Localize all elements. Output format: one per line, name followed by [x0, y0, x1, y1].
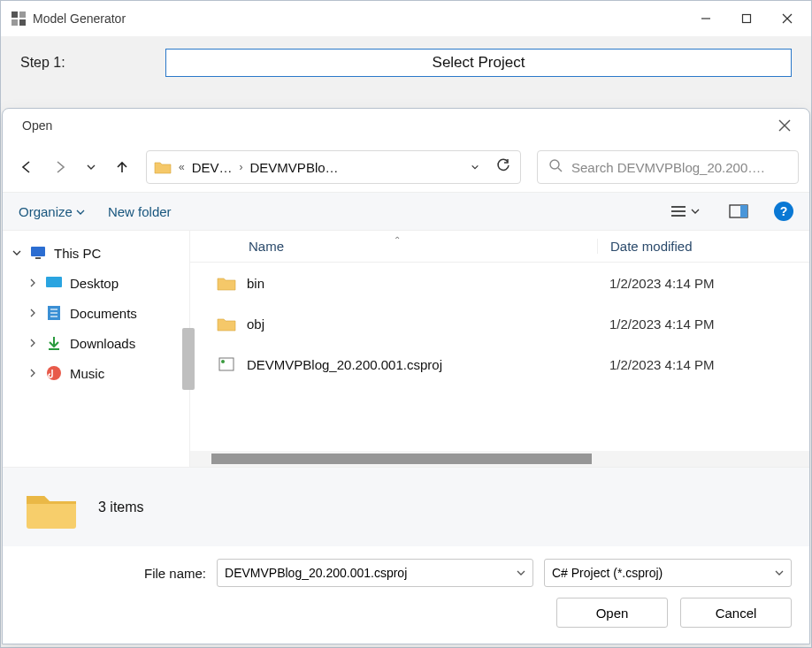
status-bar: 3 items: [3, 467, 809, 546]
help-button[interactable]: ?: [774, 202, 793, 221]
column-date[interactable]: Date modified: [597, 239, 809, 254]
svg-point-31: [221, 360, 225, 363]
dialog-titlebar: Open: [3, 109, 809, 142]
maximize-button[interactable]: [726, 4, 767, 34]
svg-rect-23: [46, 277, 62, 287]
tree-item-downloads[interactable]: Downloads: [8, 328, 184, 358]
close-button[interactable]: [767, 4, 808, 34]
new-folder-button[interactable]: New folder: [108, 204, 172, 219]
filename-combobox[interactable]: [217, 559, 533, 587]
window-buttons: [686, 4, 808, 34]
breadcrumb-seg-1-label: DEV…: [192, 160, 233, 175]
select-project-button[interactable]: Select Project: [165, 49, 792, 77]
list-pane: ⌃ Name Date modified bin 1/2/2023 4:14 P…: [190, 231, 809, 467]
tree-item-desktop[interactable]: Desktop: [8, 268, 184, 298]
chevron-down-icon: [517, 566, 525, 580]
file-list: bin 1/2/2023 4:14 PM obj 1/2/2023 4:14 P…: [190, 263, 809, 451]
filetype-filter[interactable]: C# Project (*.csproj): [544, 559, 792, 587]
app-icon: [11, 11, 26, 26]
scrollbar-thumb[interactable]: [211, 454, 592, 464]
recent-locations-button[interactable]: [86, 162, 96, 172]
csproj-icon: [217, 356, 236, 372]
organize-menu[interactable]: Organize: [19, 204, 85, 219]
file-date: 1/2/2023 4:14 PM: [597, 276, 809, 291]
chevron-down-icon: [76, 204, 85, 219]
breadcrumb-sep-icon: «: [179, 161, 185, 173]
documents-icon: [45, 305, 63, 321]
svg-rect-3: [19, 19, 26, 26]
parent-title: Model Generator: [33, 11, 686, 26]
filter-label: C# Project (*.csproj): [552, 566, 663, 580]
column-date-label: Date modified: [610, 239, 693, 254]
nav-arrows: [13, 159, 130, 175]
open-button[interactable]: Open: [556, 598, 668, 628]
back-button[interactable]: [19, 159, 34, 175]
tree-item-music[interactable]: Music: [8, 358, 184, 388]
filename-label: File name:: [20, 566, 206, 581]
chevron-right-icon: [27, 278, 38, 287]
tree-root-label: This PC: [54, 246, 101, 261]
new-folder-label: New folder: [108, 204, 172, 219]
column-name[interactable]: ⌃ Name: [190, 239, 597, 254]
downloads-icon: [45, 335, 63, 351]
file-name: DEVMVPBlog_20.200.001.csproj: [247, 357, 442, 372]
bottom-row: File name: C# Project (*.csproj) Open Ca…: [3, 546, 809, 644]
tree-item-label: Documents: [70, 306, 137, 321]
breadcrumb-dropdown[interactable]: [471, 159, 488, 175]
svg-rect-5: [743, 15, 751, 23]
tree-item-label: Music: [70, 366, 104, 381]
breadcrumb-seg-1[interactable]: DEV…›: [192, 160, 243, 175]
status-text: 3 items: [98, 499, 144, 515]
search-icon: [548, 158, 563, 176]
filename-row: File name: C# Project (*.csproj): [20, 559, 792, 587]
view-menu[interactable]: [666, 199, 703, 224]
music-icon: [45, 365, 63, 381]
organize-label: Organize: [19, 204, 73, 219]
open-file-dialog: Open « DEV…› DEVMVPBlo… Organize: [2, 108, 810, 644]
file-name: bin: [247, 276, 264, 291]
svg-rect-30: [219, 358, 234, 370]
button-row: Open Cancel: [20, 598, 792, 628]
minimize-button[interactable]: [686, 4, 726, 34]
dialog-close-button[interactable]: [769, 112, 801, 139]
svg-rect-21: [31, 247, 45, 256]
filename-input[interactable]: [225, 566, 517, 580]
chevron-down-icon: [11, 248, 22, 257]
horizontal-scrollbar[interactable]: [190, 451, 809, 467]
forward-button[interactable]: [52, 159, 68, 175]
file-row[interactable]: DEVMVPBlog_20.200.001.csproj 1/2/2023 4:…: [190, 344, 809, 385]
toolbar: Organize New folder ?: [3, 192, 809, 231]
search-input[interactable]: [571, 160, 787, 175]
cancel-button[interactable]: Cancel: [680, 598, 792, 628]
file-row[interactable]: bin 1/2/2023 4:14 PM: [190, 263, 809, 303]
step-label: Step 1:: [20, 55, 144, 71]
tree-item-documents[interactable]: Documents: [8, 298, 184, 328]
svg-line-15: [558, 168, 562, 172]
sort-indicator-icon: ⌃: [394, 235, 401, 245]
svg-rect-22: [35, 257, 41, 259]
svg-point-14: [550, 160, 559, 169]
tree-item-label: Downloads: [70, 336, 135, 351]
breadcrumb-seg-2[interactable]: DEVMVPBlo…: [250, 160, 339, 175]
file-row[interactable]: obj 1/2/2023 4:14 PM: [190, 303, 809, 344]
chevron-right-icon: [27, 309, 38, 317]
search-box[interactable]: [537, 150, 799, 184]
breadcrumb-seg-2-label: DEVMVPBlo…: [250, 160, 339, 175]
tree-this-pc[interactable]: This PC: [8, 238, 184, 268]
folder-icon: [154, 160, 172, 174]
monitor-icon: [29, 245, 47, 261]
breadcrumb[interactable]: « DEV…› DEVMVPBlo…: [146, 150, 521, 184]
body-area: This PC Desktop Documents Downloads Musi: [3, 231, 809, 467]
folder-icon: [217, 275, 236, 291]
refresh-button[interactable]: [495, 157, 513, 177]
up-button[interactable]: [114, 159, 130, 175]
nav-row: « DEV…› DEVMVPBlo…: [3, 142, 809, 192]
svg-rect-20: [740, 205, 747, 217]
svg-rect-0: [11, 11, 18, 18]
preview-pane-button[interactable]: [726, 199, 751, 224]
file-date: 1/2/2023 4:14 PM: [597, 316, 809, 332]
svg-rect-1: [19, 11, 26, 18]
chevron-down-icon: [691, 203, 700, 219]
svg-point-29: [47, 366, 61, 380]
chevron-down-icon: [775, 566, 784, 580]
